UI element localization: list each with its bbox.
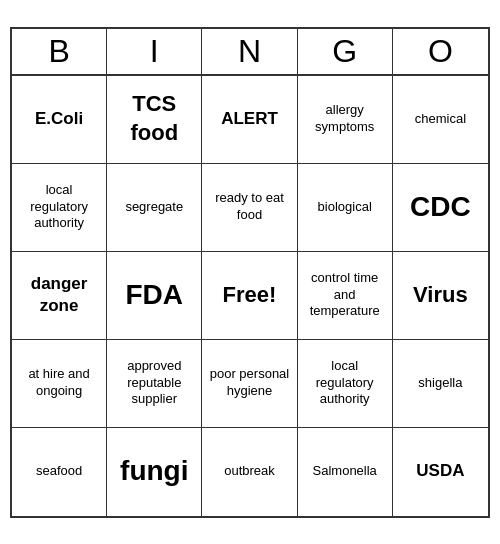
cell-text: segregate bbox=[125, 199, 183, 216]
bingo-cell: chemical bbox=[393, 76, 488, 164]
bingo-cell: Free! bbox=[202, 252, 297, 340]
header-letter: I bbox=[107, 29, 202, 74]
bingo-cell: USDA bbox=[393, 428, 488, 516]
bingo-cell: ready to eat food bbox=[202, 164, 297, 252]
cell-text: local regulatory authority bbox=[302, 358, 388, 409]
cell-text: outbreak bbox=[224, 463, 275, 480]
bingo-cell: biological bbox=[298, 164, 393, 252]
cell-text: shigella bbox=[418, 375, 462, 392]
bingo-cell: local regulatory authority bbox=[12, 164, 107, 252]
cell-text: Free! bbox=[223, 281, 277, 310]
cell-text: FDA bbox=[126, 277, 184, 313]
bingo-grid: E.ColiTCS foodALERTallergy symptomschemi… bbox=[12, 76, 488, 516]
cell-text: local regulatory authority bbox=[16, 182, 102, 233]
cell-text: CDC bbox=[410, 189, 471, 225]
cell-text: Salmonella bbox=[313, 463, 377, 480]
bingo-cell: seafood bbox=[12, 428, 107, 516]
bingo-cell: local regulatory authority bbox=[298, 340, 393, 428]
bingo-cell: danger zone bbox=[12, 252, 107, 340]
header-letter: N bbox=[202, 29, 297, 74]
cell-text: seafood bbox=[36, 463, 82, 480]
cell-text: USDA bbox=[416, 460, 464, 482]
bingo-cell: segregate bbox=[107, 164, 202, 252]
bingo-cell: CDC bbox=[393, 164, 488, 252]
cell-text: ALERT bbox=[221, 108, 278, 130]
cell-text: approved reputable supplier bbox=[111, 358, 197, 409]
bingo-cell: allergy symptoms bbox=[298, 76, 393, 164]
bingo-cell: shigella bbox=[393, 340, 488, 428]
bingo-header: BINGO bbox=[12, 29, 488, 76]
bingo-card: BINGO E.ColiTCS foodALERTallergy symptom… bbox=[10, 27, 490, 518]
bingo-cell: control time and temperature bbox=[298, 252, 393, 340]
cell-text: biological bbox=[318, 199, 372, 216]
header-letter: B bbox=[12, 29, 107, 74]
cell-text: E.Coli bbox=[35, 108, 83, 130]
bingo-cell: FDA bbox=[107, 252, 202, 340]
bingo-cell: TCS food bbox=[107, 76, 202, 164]
bingo-cell: approved reputable supplier bbox=[107, 340, 202, 428]
bingo-cell: Virus bbox=[393, 252, 488, 340]
bingo-cell: fungi bbox=[107, 428, 202, 516]
bingo-cell: Salmonella bbox=[298, 428, 393, 516]
cell-text: poor personal hygiene bbox=[206, 366, 292, 400]
cell-text: Virus bbox=[413, 281, 468, 310]
cell-text: fungi bbox=[120, 453, 188, 489]
bingo-cell: at hire and ongoing bbox=[12, 340, 107, 428]
bingo-cell: E.Coli bbox=[12, 76, 107, 164]
cell-text: ready to eat food bbox=[206, 190, 292, 224]
header-letter: O bbox=[393, 29, 488, 74]
cell-text: at hire and ongoing bbox=[16, 366, 102, 400]
cell-text: danger zone bbox=[16, 273, 102, 317]
cell-text: TCS food bbox=[111, 90, 197, 147]
bingo-cell: outbreak bbox=[202, 428, 297, 516]
cell-text: chemical bbox=[415, 111, 466, 128]
cell-text: allergy symptoms bbox=[302, 102, 388, 136]
header-letter: G bbox=[298, 29, 393, 74]
cell-text: control time and temperature bbox=[302, 270, 388, 321]
bingo-cell: poor personal hygiene bbox=[202, 340, 297, 428]
bingo-cell: ALERT bbox=[202, 76, 297, 164]
